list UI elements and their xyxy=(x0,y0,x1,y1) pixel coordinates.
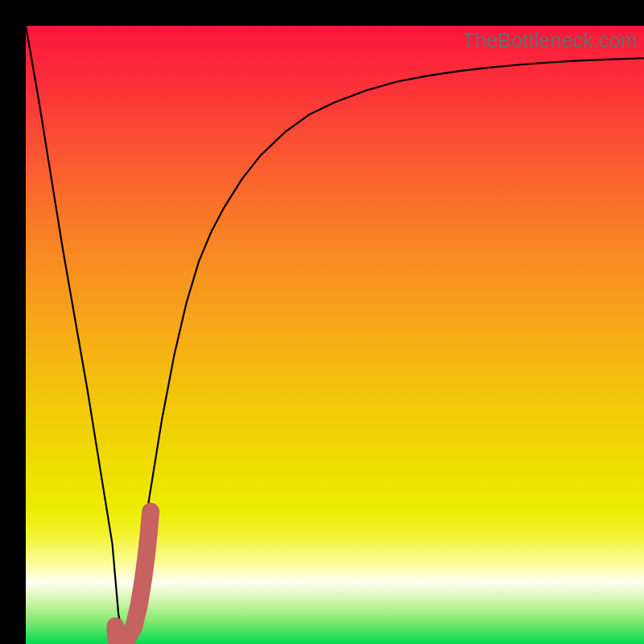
chart-svg xyxy=(26,26,644,644)
bottleneck-curve xyxy=(26,26,644,644)
outer-frame: TheBottleneck.com xyxy=(0,0,644,644)
plot-area: TheBottleneck.com xyxy=(26,26,644,644)
j-hook-marker xyxy=(115,511,151,644)
